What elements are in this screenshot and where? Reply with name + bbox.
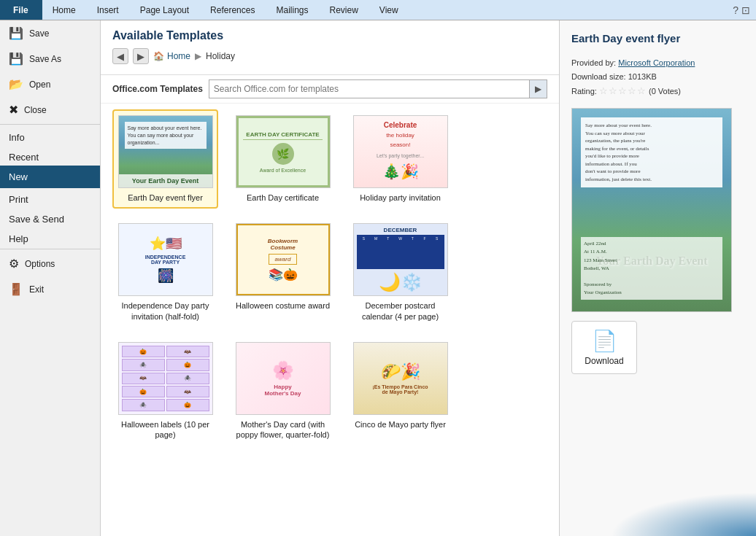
expand-icon[interactable]: ⊡: [741, 4, 750, 16]
sidebar-divider-2: [0, 249, 100, 249]
bottom-gradient: [610, 492, 756, 536]
tab-review[interactable]: Review: [319, 0, 369, 20]
template-thumb-earth-day: Say more about your event here. You can …: [118, 115, 213, 188]
download-button[interactable]: 📄 Download: [571, 321, 637, 374]
templates-grid-container: Say more about your event here. You can …: [101, 104, 559, 536]
nav-current-label: Holiday: [206, 51, 235, 61]
template-label-cinco: Cinco de Mayo party flyer: [355, 419, 446, 430]
template-december-postcard[interactable]: DECEMBER S M T W T F S 🌙❄️: [347, 217, 453, 327]
nav-home-label: Home: [167, 51, 190, 61]
nav-bar: ◀ ▶ 🏠 Home ▶ Holiday: [112, 48, 547, 64]
templates-filter: Office.com Templates ▶: [101, 75, 559, 104]
sidebar-item-new[interactable]: New: [0, 166, 100, 188]
open-icon: 📂: [9, 77, 23, 91]
filter-label: Office.com Templates: [112, 84, 203, 94]
download-label: Download: [585, 356, 623, 366]
template-thumb-earth-cert: EARTH DAY CERTIFICATE 🌿 Award of Excelle…: [236, 115, 331, 188]
template-earth-day-cert[interactable]: EARTH DAY CERTIFICATE 🌿 Award of Excelle…: [230, 109, 336, 209]
search-input[interactable]: [209, 82, 529, 96]
templates-header: Available Templates ◀ ▶ 🏠 Home ▶ Holiday: [101, 20, 559, 75]
template-label-halloween-costume: Halloween costume award: [236, 300, 330, 311]
home-icon: 🏠: [153, 51, 164, 61]
sidebar-item-recent[interactable]: Recent: [0, 146, 100, 166]
template-independence-day[interactable]: ⭐🇺🇸 INDEPENDENCEDAY PARTY 🎆 Independence…: [112, 217, 218, 327]
content-area: Available Templates ◀ ▶ 🏠 Home ▶ Holiday…: [101, 20, 559, 536]
nav-forward-button[interactable]: ▶: [133, 48, 149, 64]
save-icon: 💾: [9, 26, 23, 40]
template-label-earth-cert: Earth Day certificate: [247, 193, 319, 203]
sidebar-item-save-send[interactable]: Save & Send: [0, 208, 100, 228]
download-size-label: Download size:: [571, 72, 626, 81]
template-thumb-december: DECEMBER S M T W T F S 🌙❄️: [353, 223, 448, 296]
tab-home[interactable]: Home: [42, 0, 87, 20]
template-thumb-halloween-labels: 🎃 🦇 🕷️ 🎃 🦇 🕷️ 🎃 🦇 🕷️ 🎃: [118, 342, 213, 415]
sidebar-item-open[interactable]: 📂 Open: [0, 71, 100, 97]
search-button[interactable]: ▶: [529, 80, 547, 98]
earth-thumb-bg: Say more about your event here. You can …: [119, 116, 212, 187]
template-thumb-cinco: 🌮🎉 ¡Es Tiempo Para Cincode Mayo Party!: [353, 342, 448, 415]
sidebar-item-info[interactable]: Info: [0, 126, 100, 146]
tab-view[interactable]: View: [369, 0, 409, 20]
template-halloween-costume[interactable]: BookwormCostume award 📚🎃 Halloween costu…: [230, 217, 336, 327]
tab-page-layout[interactable]: Page Layout: [130, 0, 200, 20]
download-icon: 📄: [592, 329, 617, 353]
template-mothers-day[interactable]: 🌸 HappyMother's Day Mother's Day card (w…: [230, 336, 336, 446]
sidebar-item-exit[interactable]: 🚪 Exit: [0, 276, 100, 302]
template-thumb-mothers-day: 🌸 HappyMother's Day: [236, 342, 331, 415]
template-holiday-party[interactable]: Celebratethe holidayseason! Let's party …: [347, 109, 453, 209]
tab-mailings[interactable]: Mailings: [266, 0, 319, 20]
template-label-mothers-day: Mother's Day card (with poppy flower, qu…: [236, 419, 330, 440]
preview-earth-bg: Say more about your event here.You can s…: [572, 109, 731, 311]
tab-insert[interactable]: Insert: [87, 0, 130, 20]
preview-image: Say more about your event here.You can s…: [571, 108, 732, 312]
template-thumb-independence: ⭐🇺🇸 INDEPENDENCEDAY PARTY 🎆: [118, 223, 213, 296]
templates-title: Available Templates: [112, 29, 547, 42]
sidebar-item-close[interactable]: ✖ Close: [0, 97, 100, 123]
ribbon: File Home Insert Page Layout References …: [0, 0, 756, 20]
sidebar: 💾 Save 💾 Save As 📂 Open ✖ Close Info Rec…: [0, 20, 101, 536]
earth-thumb-label: Your Earth Day Event: [119, 174, 212, 187]
template-label-earth-day: Earth Day event flyer: [128, 193, 203, 203]
sidebar-divider-1: [0, 124, 100, 125]
template-halloween-labels[interactable]: 🎃 🦇 🕷️ 🎃 🦇 🕷️ 🎃 🦇 🕷️ 🎃 Hallowe: [112, 336, 218, 446]
nav-back-button[interactable]: ◀: [112, 48, 128, 64]
template-label-halloween-labels: Halloween labels (10 per page): [118, 419, 212, 440]
template-cinco-de-mayo[interactable]: 🌮🎉 ¡Es Tiempo Para Cincode Mayo Party! C…: [347, 336, 453, 446]
main-layout: 💾 Save 💾 Save As 📂 Open ✖ Close Info Rec…: [0, 20, 756, 536]
star-rating[interactable]: ☆☆☆☆☆: [599, 85, 647, 96]
sidebar-item-save-as[interactable]: 💾 Save As: [0, 46, 100, 71]
votes-count: (0 Votes): [649, 87, 681, 96]
template-label-holiday: Holiday party invitation: [360, 193, 441, 203]
right-panel: Earth Day event flyer Provided by: Micro…: [559, 20, 756, 536]
template-label-independence: Independence Day party invitation (half-…: [118, 300, 212, 322]
tab-references[interactable]: References: [200, 0, 266, 20]
nav-home-link[interactable]: 🏠 Home: [153, 51, 190, 61]
template-thumb-holiday: Celebratethe holidayseason! Let's party …: [353, 115, 448, 188]
download-size-value: 1013KB: [628, 72, 657, 81]
template-thumb-halloween: BookwormCostume award 📚🎃: [236, 223, 331, 296]
template-label-december: December postcard calendar (4 per page): [353, 300, 447, 322]
tab-file[interactable]: File: [0, 0, 42, 20]
sidebar-item-options[interactable]: ⚙ Options: [0, 251, 100, 276]
provider-link[interactable]: Microsoft Corporation: [618, 58, 695, 67]
nav-separator: ▶: [195, 51, 201, 61]
ribbon-icons: ? ⊡: [733, 0, 756, 20]
save-as-icon: 💾: [9, 52, 23, 66]
right-panel-title: Earth Day event flyer: [571, 32, 744, 44]
templates-grid: Say more about your event here. You can …: [112, 109, 547, 446]
sidebar-item-help[interactable]: Help: [0, 228, 100, 247]
provided-by-label: Provided by:: [571, 58, 616, 67]
help-icon[interactable]: ?: [733, 4, 738, 16]
template-earth-day-flyer[interactable]: Say more about your event here. You can …: [112, 109, 218, 209]
options-icon: ⚙: [9, 257, 19, 271]
sidebar-item-print[interactable]: Print: [0, 188, 100, 208]
rating-label: Rating:: [571, 87, 597, 96]
sidebar-item-save[interactable]: 💾 Save: [0, 20, 100, 46]
close-icon: ✖: [9, 103, 18, 117]
exit-icon: 🚪: [9, 282, 23, 296]
search-box: ▶: [209, 79, 547, 98]
right-panel-meta: Provided by: Microsoft Corporation Downl…: [571, 56, 744, 99]
